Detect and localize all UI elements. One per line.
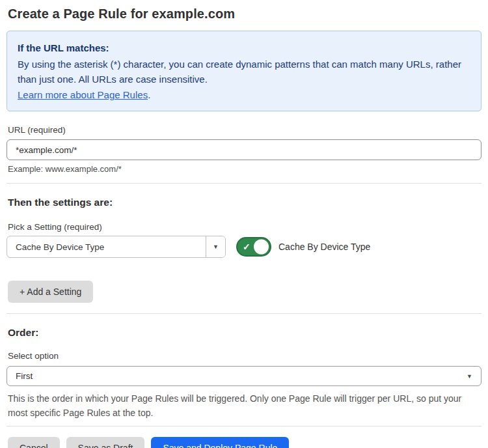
action-bar: Cancel Save as Draft Save and Deploy Pag… xyxy=(8,437,481,448)
order-select-label: Select option xyxy=(8,351,481,361)
link-period: . xyxy=(148,89,150,100)
save-as-draft-button[interactable]: Save as Draft xyxy=(66,437,145,448)
url-field-helper: Example: www.example.com/* xyxy=(8,164,481,174)
divider-url-settings xyxy=(7,183,481,184)
setting-select-caret-button[interactable]: ▼ xyxy=(206,236,225,257)
page-title: Create a Page Rule for example.com xyxy=(8,7,481,21)
settings-section-heading: Then the settings are: xyxy=(8,197,481,208)
learn-more-link[interactable]: Learn more about Page Rules xyxy=(18,89,148,100)
pick-setting-label: Pick a Setting (required) xyxy=(8,222,481,232)
cache-by-device-toggle[interactable]: ✓ xyxy=(236,237,271,257)
order-select[interactable]: First ▼ xyxy=(7,366,481,386)
order-section-heading: Order: xyxy=(8,327,481,339)
toggle-label: Cache By Device Type xyxy=(278,242,370,252)
order-select-value: First xyxy=(16,371,33,381)
info-box-body: By using the asterisk (*) character, you… xyxy=(18,57,470,87)
chevron-down-icon: ▼ xyxy=(467,373,472,379)
info-link-row: Learn more about Page Rules. xyxy=(18,87,470,102)
url-match-info-box: If the URL matches: By using the asteris… xyxy=(7,31,481,111)
save-and-deploy-button[interactable]: Save and Deploy Page Rule xyxy=(151,437,289,448)
url-input[interactable] xyxy=(7,139,481,160)
cancel-button[interactable]: Cancel xyxy=(8,437,60,448)
setting-row: Cache By Device Type ▼ ✓ Cache By Device… xyxy=(7,236,481,258)
setting-select[interactable]: Cache By Device Type ▼ xyxy=(7,236,226,258)
url-field-label: URL (required) xyxy=(8,125,481,135)
toggle-knob xyxy=(254,240,269,255)
chevron-down-icon: ▼ xyxy=(213,244,219,250)
info-box-heading: If the URL matches: xyxy=(18,40,470,55)
divider-order-actions xyxy=(7,426,481,427)
divider-settings-order xyxy=(7,313,481,314)
setting-select-value: Cache By Device Type xyxy=(7,236,206,257)
order-helper-text: This is the order in which your Page Rul… xyxy=(8,391,476,420)
check-icon: ✓ xyxy=(243,242,251,252)
add-setting-button[interactable]: + Add a Setting xyxy=(8,281,93,303)
